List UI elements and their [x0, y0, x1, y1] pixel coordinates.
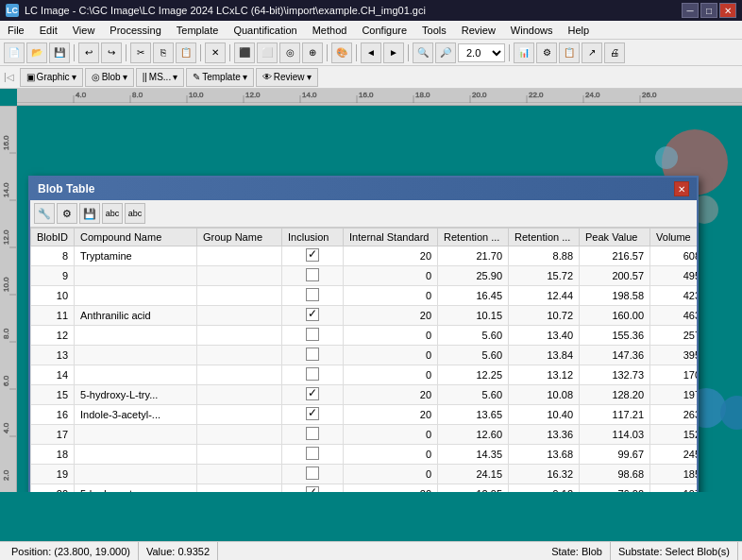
table-row[interactable]: 18 0 14.35 13.68 99.67 245 — [31, 445, 698, 465]
undo-button[interactable]: ↩ — [78, 42, 99, 63]
dialog-gear-button[interactable]: ⚙ — [57, 203, 77, 224]
cell-inclusion[interactable] — [282, 326, 344, 346]
dialog-save-button[interactable]: 💾 — [79, 203, 100, 224]
menu-processing[interactable]: Processing — [102, 21, 168, 39]
window-close-button[interactable]: ✕ — [719, 3, 736, 18]
delete-button[interactable]: ✕ — [205, 42, 226, 63]
color-btn[interactable]: 🎨 — [331, 42, 352, 63]
zoom-in[interactable]: 🔎 — [435, 42, 456, 63]
status-position: Position: (23.800, 19.000) — [4, 542, 139, 560]
open-button[interactable]: 📂 — [26, 42, 47, 63]
dialog-abc2-button[interactable]: abc — [125, 203, 145, 224]
report-btn[interactable]: 📋 — [559, 42, 580, 63]
minimize-button[interactable]: ─ — [682, 3, 699, 18]
inclusion-checkbox[interactable] — [306, 447, 319, 460]
dialog-abc1-button[interactable]: abc — [102, 203, 123, 224]
menu-quantification[interactable]: Quantification — [226, 21, 304, 39]
menu-method[interactable]: Method — [305, 21, 355, 39]
print-btn[interactable]: 🖨 — [604, 42, 625, 63]
settings-btn[interactable]: ⚙ — [536, 42, 557, 63]
menu-template[interactable]: Template — [169, 21, 227, 39]
nav-fwd[interactable]: ► — [383, 42, 404, 63]
cell-inclusion[interactable] — [282, 405, 344, 425]
sep4 — [229, 44, 230, 61]
ms-label: MS... — [149, 72, 171, 82]
table-row[interactable]: 15 5-hydroxy-L-try... 20 5.60 10.08 128.… — [31, 385, 698, 405]
cell-inclusion[interactable] — [282, 465, 344, 484]
blob-btn4[interactable]: ⊕ — [302, 42, 323, 63]
redo-button[interactable]: ↪ — [101, 42, 122, 63]
cell-inclusion[interactable] — [282, 286, 344, 306]
toolbar2-blob[interactable]: ◎ Blob ▾ — [85, 68, 134, 87]
cell-inclusion[interactable] — [282, 445, 344, 465]
cell-peak: 98.68 — [580, 465, 650, 484]
cell-inclusion[interactable] — [282, 365, 344, 385]
table-row[interactable]: 13 0 5.60 13.84 147.36 395 — [31, 346, 698, 365]
save-toolbar-button[interactable]: 💾 — [49, 42, 70, 63]
table-row[interactable]: 14 0 12.25 13.12 132.73 170 — [31, 365, 698, 385]
table-row[interactable]: 10 0 16.45 12.44 198.58 423 — [31, 286, 698, 306]
inclusion-checkbox[interactable] — [306, 288, 319, 301]
table-row[interactable]: 16 Indole-3-acetyl-... 20 13.65 10.40 11… — [31, 405, 698, 425]
inclusion-checkbox[interactable] — [306, 427, 319, 440]
toolbar2-template[interactable]: ✎ Template ▾ — [186, 68, 254, 87]
cell-volume: 245 — [650, 445, 697, 465]
blob-btn3[interactable]: ◎ — [279, 42, 300, 63]
inclusion-checkbox[interactable] — [306, 308, 319, 321]
export-btn[interactable]: ↗ — [582, 42, 602, 63]
table-row[interactable]: 11 Anthranilic acid 20 10.15 10.72 160.0… — [31, 306, 698, 326]
paste-button[interactable]: 📋 — [176, 42, 196, 63]
cell-peak: 160.00 — [580, 306, 650, 326]
cell-inclusion[interactable] — [282, 266, 344, 286]
table-row[interactable]: 17 0 12.60 13.36 114.03 152 — [31, 425, 698, 445]
blob-btn2[interactable]: ⬜ — [257, 42, 278, 63]
copy-button[interactable]: ⎘ — [153, 42, 174, 63]
menu-windows[interactable]: Windows — [503, 21, 561, 39]
cell-inclusion[interactable] — [282, 346, 344, 365]
inclusion-checkbox[interactable] — [306, 467, 319, 480]
dialog-wrench-button[interactable]: 🔧 — [34, 203, 55, 224]
inclusion-checkbox[interactable] — [306, 348, 319, 361]
menu-configure[interactable]: Configure — [354, 21, 414, 39]
cell-inclusion[interactable] — [282, 425, 344, 445]
menu-tools[interactable]: Tools — [414, 21, 454, 39]
dialog-close-button[interactable]: ✕ — [674, 181, 689, 196]
new-button[interactable]: 📄 — [4, 42, 25, 63]
cut-button[interactable]: ✂ — [130, 42, 151, 63]
col-group: Group Name — [197, 229, 282, 246]
table-row[interactable]: 20 5-hydroxy-tryp... 20 12.95 9.12 76.00… — [31, 484, 698, 493]
inclusion-checkbox[interactable] — [306, 328, 319, 341]
menu-review[interactable]: Review — [454, 21, 503, 39]
inclusion-checkbox[interactable] — [306, 486, 319, 492]
plot-btn[interactable]: 📊 — [514, 42, 534, 63]
nav-back[interactable]: ◄ — [361, 42, 381, 63]
maximize-button[interactable]: □ — [700, 3, 717, 18]
menu-edit[interactable]: Edit — [32, 21, 65, 39]
inclusion-checkbox[interactable] — [306, 407, 319, 420]
menu-help[interactable]: Help — [560, 21, 597, 39]
inclusion-checkbox[interactable] — [306, 367, 319, 381]
cell-inclusion[interactable] — [282, 385, 344, 405]
inclusion-checkbox[interactable] — [306, 268, 319, 281]
col-inclusion: Inclusion — [282, 229, 344, 246]
cell-inclusion[interactable] — [282, 306, 344, 326]
table-row[interactable]: 19 0 24.15 16.32 98.68 185 — [31, 465, 698, 484]
zoom-out[interactable]: 🔍 — [413, 42, 433, 63]
zoom-select[interactable]: 2.0 1.0 0.5 — [458, 43, 505, 62]
table-row[interactable]: 8 Tryptamine 20 21.70 8.88 216.57 608 — [31, 246, 698, 266]
menu-file[interactable]: File — [0, 21, 32, 39]
cell-ret2: 8.88 — [509, 246, 580, 266]
table-row[interactable]: 12 0 5.60 13.40 155.36 257 — [31, 326, 698, 346]
blob-table-container[interactable]: BlobID Compound Name Group Name Inclusio… — [30, 228, 697, 492]
table-row[interactable]: 9 0 25.90 15.72 200.57 495 — [31, 266, 698, 286]
menu-view[interactable]: View — [65, 21, 103, 39]
inclusion-checkbox[interactable] — [306, 387, 319, 400]
cell-inclusion[interactable] — [282, 246, 344, 266]
toolbar2-ms[interactable]: || MS... ▾ — [136, 68, 185, 87]
toolbar2-review[interactable]: 👁 Review ▾ — [256, 68, 318, 87]
inclusion-checkbox[interactable] — [306, 248, 319, 262]
toolbar2-graphic[interactable]: ▣ Graphic ▾ — [20, 68, 83, 87]
cell-inclusion[interactable] — [282, 484, 344, 493]
blob-label: Blob — [102, 72, 121, 82]
blob-btn1[interactable]: ⬛ — [234, 42, 255, 63]
